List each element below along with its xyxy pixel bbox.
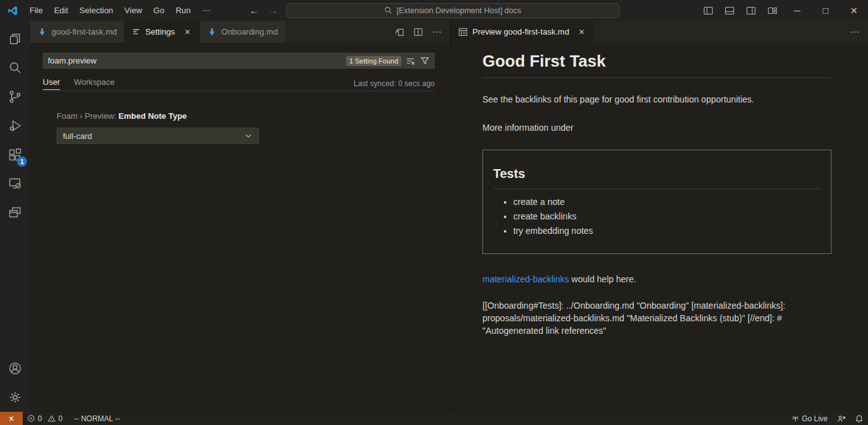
errors-icon: [27, 414, 35, 422]
remote-explorer-icon[interactable]: [0, 169, 30, 198]
problems-indicator[interactable]: 0 0: [23, 412, 69, 425]
editor-group-left: good-first-task.md Settings ✕ Onboarding…: [30, 21, 450, 412]
forward-arrow-icon[interactable]: →: [267, 5, 279, 16]
source-control-icon[interactable]: [0, 82, 30, 111]
maximize-button[interactable]: □: [811, 0, 840, 21]
tabbar-left: good-first-task.md Settings ✕ Onboarding…: [30, 21, 450, 43]
tab-label: Preview good-first-task.md: [472, 27, 569, 36]
toggle-secondary-sidebar-icon[interactable]: [740, 0, 762, 21]
activity-bar: 1: [0, 21, 30, 412]
titlebar-controls: ─ □ ✕: [698, 0, 868, 21]
close-window-button[interactable]: ✕: [840, 0, 868, 21]
menu-file[interactable]: File: [24, 0, 48, 21]
manage-gear-icon[interactable]: [0, 383, 30, 412]
live-share-icon: [837, 414, 846, 423]
extensions-badge: 1: [17, 157, 27, 167]
scope-tab-user[interactable]: User: [43, 77, 60, 90]
markdown-file-icon: [37, 27, 47, 37]
list-item: create backlinks: [513, 212, 821, 221]
open-settings-json-icon[interactable]: [391, 25, 408, 40]
scope-tab-workspace[interactable]: Workspace: [74, 77, 114, 90]
title-bar: File Edit Selection View Go Run ⋯ ← → [E…: [0, 0, 868, 21]
search-sidebar-icon[interactable]: [0, 53, 30, 82]
results-count-badge: 1 Setting Found: [346, 56, 401, 66]
go-live-button[interactable]: Go Live: [787, 412, 832, 425]
tab-onboarding[interactable]: Onboarding.md: [200, 21, 286, 43]
settings-search-input[interactable]: foam.preview 1 Setting Found: [43, 53, 435, 69]
back-arrow-icon[interactable]: ←: [248, 5, 260, 16]
go-live-label: Go Live: [802, 414, 828, 423]
explorer-icon[interactable]: [0, 25, 30, 53]
command-center-label: [Extension Development Host] docs: [396, 6, 521, 15]
vim-mode-indicator[interactable]: -- NORMAL --: [69, 412, 125, 425]
menu-edit[interactable]: Edit: [48, 0, 74, 21]
scope-divider: [43, 91, 435, 91]
list-item: create a note: [513, 197, 821, 207]
editor-actions-right: ⋯: [847, 21, 868, 43]
split-editor-icon[interactable]: [410, 25, 426, 40]
more-actions-icon[interactable]: ⋯: [429, 24, 445, 40]
warnings-icon: [47, 414, 56, 422]
list-item: try embedding notes: [513, 226, 821, 236]
setting-name: Embed Note Type: [118, 111, 187, 121]
select-value: full-card: [63, 131, 92, 141]
markdown-preview: Good First Task See the backlinks of thi…: [451, 43, 868, 337]
markdown-file-icon: [207, 27, 217, 37]
tab-settings[interactable]: Settings ✕: [125, 21, 200, 43]
markdown-preview-icon: [458, 27, 468, 37]
notifications-bell-button[interactable]: [850, 412, 868, 425]
warnings-count: 0: [58, 414, 63, 423]
close-tab-icon[interactable]: ✕: [182, 28, 192, 36]
setting-category: Foam › Preview:: [57, 111, 118, 121]
editor-actions-left: ⋯: [391, 21, 450, 43]
remote-indicator[interactable]: [0, 412, 23, 425]
tab-preview-good-first-task[interactable]: Preview good-first-task.md ✕: [451, 21, 594, 43]
embed-note-type-select[interactable]: full-card: [57, 128, 259, 144]
more-actions-icon[interactable]: ⋯: [847, 24, 863, 40]
menu-run[interactable]: Run: [170, 0, 196, 21]
errors-count: 0: [38, 414, 42, 423]
embedded-note-list: create a note create backlinks try embed…: [493, 197, 821, 236]
settings-editor: foam.preview 1 Setting Found User Worksp…: [30, 43, 450, 144]
clear-search-icon[interactable]: [406, 56, 416, 66]
chevron-down-icon: [244, 131, 253, 140]
menu-go[interactable]: Go: [148, 0, 170, 21]
link-references-text: [[Onboarding#Tests]: ../Onboarding.md "O…: [482, 299, 832, 337]
menu-overflow[interactable]: ⋯: [196, 0, 217, 21]
menu-selection[interactable]: Selection: [74, 0, 118, 21]
embedded-note-heading: Tests: [493, 167, 821, 189]
tab-good-first-task[interactable]: good-first-task.md: [30, 21, 125, 43]
command-center[interactable]: [Extension Development Host] docs: [286, 3, 620, 18]
tab-label: good-first-task.md: [52, 27, 117, 36]
windows-stack-icon[interactable]: [0, 198, 30, 227]
toggle-sidebar-icon[interactable]: [698, 0, 719, 21]
search-icon: [384, 6, 392, 14]
extensions-icon[interactable]: 1: [0, 140, 30, 169]
filter-funnel-icon[interactable]: [420, 56, 430, 65]
remote-icon: [7, 414, 16, 423]
settings-search-value: foam.preview: [48, 56, 346, 65]
statusbar-right: Go Live: [787, 412, 868, 425]
tabbar-right: Preview good-first-task.md ✕ ⋯: [451, 21, 868, 43]
settings-scope-row: User Workspace Last synced: 0 secs ago: [43, 77, 435, 90]
toggle-panel-icon[interactable]: [719, 0, 740, 21]
customize-layout-icon[interactable]: [762, 0, 783, 21]
minimize-button[interactable]: ─: [783, 0, 811, 21]
close-tab-icon[interactable]: ✕: [577, 28, 587, 36]
live-share-button[interactable]: [832, 412, 850, 425]
tab-label: Settings: [145, 27, 175, 36]
menu-view[interactable]: View: [119, 0, 148, 21]
menu-bar: File Edit Selection View Go Run ⋯: [0, 0, 217, 21]
bell-icon: [855, 414, 864, 423]
accounts-icon[interactable]: [0, 354, 30, 383]
setting-label: Foam › Preview: Embed Note Type: [57, 111, 435, 121]
command-center-area: ← → [Extension Development Host] docs: [248, 0, 620, 21]
tab-label: Onboarding.md: [221, 27, 278, 36]
run-debug-icon[interactable]: [0, 111, 30, 140]
materialized-backlinks-link[interactable]: materialized-backlinks: [482, 274, 569, 284]
setting-embed-note-type: Foam › Preview: Embed Note Type full-car…: [43, 111, 435, 144]
preview-title: Good First Task: [482, 52, 832, 78]
vscode-logo-icon: [7, 5, 18, 16]
workbench: 1 good-first-task.md Settings ✕: [0, 21, 868, 412]
link-suffix-text: would help here.: [569, 274, 637, 284]
